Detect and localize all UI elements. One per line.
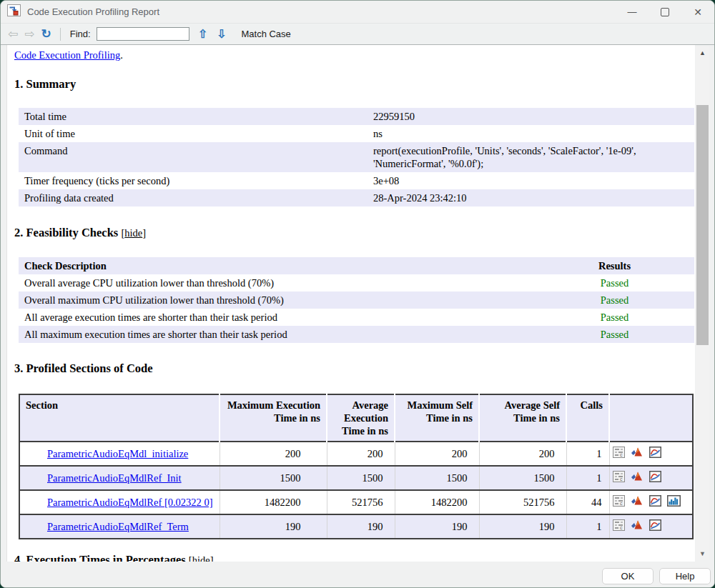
percentages-heading: 4. Execution Times in Percentages [hide] <box>14 553 695 562</box>
table-row: Profiling data created 28-Apr-2024 23:42… <box>19 189 694 206</box>
find-toolbar: ⇦ ⇨ ↻ Find: ⇧ ⇩ Match Case <box>1 23 714 45</box>
svg-text:c: c <box>620 452 623 457</box>
dialog-footer: OK Help <box>1 562 714 587</box>
table-row: Command report(executionProfile, 'Units'… <box>19 142 694 172</box>
section-link[interactable]: ParametricAudioEqMdlRef_Init <box>47 472 182 484</box>
title-bar: Code Execution Profiling Report — ✕ <box>1 1 714 23</box>
code-lines-icon[interactable]: c <box>613 495 625 509</box>
svg-text:c: c <box>620 476 623 481</box>
status-badge: Passed <box>535 309 694 326</box>
match-case-label[interactable]: Match Case <box>241 29 290 39</box>
status-badge: Passed <box>535 326 694 343</box>
table-row: Overall average CPU utilization lower th… <box>19 274 694 291</box>
table-row: ParametricAudioEqMdlRef_Term 190 190 190… <box>19 514 693 539</box>
matlab-icon[interactable] <box>631 495 643 509</box>
find-next-icon[interactable]: ⇩ <box>217 29 226 40</box>
status-badge: Passed <box>535 291 694 309</box>
back-icon[interactable]: ⇦ <box>8 28 18 40</box>
maximize-icon[interactable] <box>649 1 681 23</box>
forward-icon[interactable]: ⇨ <box>24 28 34 40</box>
profiled-sections-table: Section Maximum Execution Time in ns Ave… <box>19 394 694 539</box>
section-link[interactable]: ParametricAudioEqMdlRef_Term <box>47 521 189 532</box>
status-badge: Passed <box>535 274 694 291</box>
toolbar-separator <box>60 28 61 41</box>
section-link[interactable]: ParametricAudioEqMdl_initialize <box>47 448 188 459</box>
window-title: Code Execution Profiling Report <box>27 6 159 17</box>
table-row: ParametricAudioEqMdlRef [0.02322 0] 1482… <box>19 490 693 514</box>
plot-icon[interactable] <box>649 447 661 461</box>
feasibility-hide-link[interactable]: hide <box>124 227 142 239</box>
section-link[interactable]: ParametricAudioEqMdlRef [0.02322 0] <box>47 497 213 508</box>
summary-table: Total time 22959150 Unit of time ns Comm… <box>19 108 694 206</box>
matlab-icon[interactable] <box>631 471 643 485</box>
find-label: Find: <box>70 29 91 39</box>
close-icon[interactable]: ✕ <box>681 1 714 23</box>
breadcrumb: Code Execution Profiling. <box>14 49 695 61</box>
table-row: ParametricAudioEqMdl_initialize 200 200 … <box>19 442 693 466</box>
table-header-row: Section Maximum Execution Time in ns Ave… <box>19 394 693 442</box>
profiled-sections-heading: 3. Profiled Sections of Code <box>14 362 695 375</box>
matlab-icon[interactable] <box>631 519 643 534</box>
column-max-exec-time: Maximum Execution Time in ns <box>220 394 327 442</box>
column-calls: Calls <box>566 394 609 442</box>
ok-button[interactable]: OK <box>602 568 654 584</box>
table-row: All average execution times are shorter … <box>19 309 694 326</box>
app-window: Code Execution Profiling Report — ✕ ⇦ ⇨ … <box>0 0 715 588</box>
plot-icon[interactable] <box>649 519 661 534</box>
column-avg-exec-time: Average Execution Time in ns <box>327 394 395 442</box>
code-lines-icon[interactable]: c <box>613 447 625 461</box>
report-app-icon <box>7 4 21 19</box>
table-header-row: Check Description Results <box>19 257 694 274</box>
table-row: Unit of time ns <box>19 125 694 142</box>
svg-text:c: c <box>620 500 623 505</box>
column-avg-self-time: Average Self Time in ns <box>479 394 566 442</box>
plot-icon[interactable] <box>649 471 661 485</box>
column-check-description: Check Description <box>19 257 535 274</box>
scroll-up-icon[interactable]: ▲ <box>696 48 709 58</box>
feasibility-table: Check Description Results Overall averag… <box>19 257 694 343</box>
svg-text:c: c <box>620 524 623 529</box>
column-section: Section <box>19 394 220 442</box>
window-controls: — ✕ <box>616 1 714 23</box>
table-row: Total time 22959150 <box>19 108 694 125</box>
table-row: Timer frequency (ticks per second) 3e+08 <box>19 172 694 189</box>
percentages-hide-link[interactable]: hide <box>192 554 210 562</box>
histogram-icon[interactable] <box>667 495 681 509</box>
refresh-icon[interactable]: ↻ <box>41 28 51 40</box>
report-content-area: Code Execution Profiling. 1. Summary Tot… <box>1 45 714 562</box>
code-execution-profiling-link[interactable]: Code Execution Profiling <box>14 49 120 61</box>
vertical-scrollbar[interactable]: ▲ ▼ <box>696 46 709 560</box>
help-button[interactable]: Help <box>659 568 711 584</box>
plot-icon[interactable] <box>649 495 661 509</box>
report-document: Code Execution Profiling. 1. Summary Tot… <box>6 45 695 562</box>
feasibility-heading: 2. Feasibility Checks [hide] <box>14 226 695 240</box>
matlab-icon[interactable] <box>631 447 643 461</box>
code-lines-icon[interactable]: c <box>613 471 625 485</box>
table-row: All maximum execution times are shorter … <box>19 326 694 343</box>
table-row: ParametricAudioEqMdlRef_Init 1500 1500 1… <box>19 466 693 490</box>
code-lines-icon[interactable]: c <box>613 519 625 534</box>
scroll-down-icon[interactable]: ▼ <box>696 549 709 559</box>
column-max-self-time: Maximum Self Time in ns <box>395 394 479 442</box>
scrollbar-thumb[interactable] <box>696 105 709 345</box>
find-previous-icon[interactable]: ⇧ <box>198 29 207 40</box>
summary-heading: 1. Summary <box>14 77 695 91</box>
column-results: Results <box>535 257 694 274</box>
minimize-icon[interactable]: — <box>616 1 649 23</box>
find-input[interactable] <box>97 27 189 41</box>
breadcrumb-suffix: . <box>120 49 123 61</box>
column-actions <box>609 394 693 442</box>
table-row: Overall maximum CPU utilization lower th… <box>19 291 694 309</box>
